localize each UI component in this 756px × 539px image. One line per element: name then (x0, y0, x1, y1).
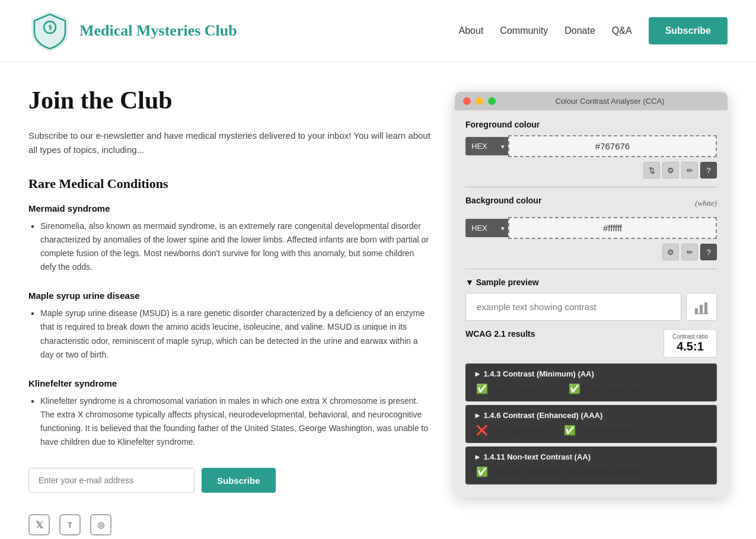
sample-label: ▼ Sample preview (465, 278, 717, 287)
fg-format-wrap: HEX RGB HSL (465, 137, 508, 155)
bg-label: Background colour (465, 196, 541, 205)
fg-eyedropper-button[interactable]: ✏ (681, 162, 698, 178)
logo[interactable]: ⚕ Medical Mysteries Club (28, 9, 237, 52)
fg-tools-row: ⇅ ⚙ ✏ ? (465, 162, 717, 178)
criterion-aa[interactable]: ► 1.4.3 Contrast (Minimum) (AA) ✅ Pass (… (465, 363, 717, 401)
criterion-aa-result-0: ✅ Pass (regular text) (476, 383, 554, 394)
email-input[interactable] (28, 468, 194, 493)
contrast-ratio-value: 4.5:1 (672, 340, 708, 353)
criterion-aa-result-1: ✅ Pass (large text) (569, 383, 640, 394)
criterion-aaa-result-label-0: Fail (regular text) (492, 426, 550, 435)
cca-maximize-dot[interactable] (488, 97, 496, 105)
bg-label-row: Background colour (white) (465, 196, 717, 211)
nav-about[interactable]: About (459, 25, 484, 36)
condition-mermaid: Mermaid syndrome Sirenomelia, also known… (28, 203, 431, 274)
pass-icon-1: ✅ (569, 383, 580, 394)
wcag-header: WCAG 2.1 results Contrast ratio 4.5:1 (465, 329, 717, 358)
cca-divider-2 (465, 269, 717, 269)
fg-format-select[interactable]: HEX RGB HSL (465, 137, 508, 155)
email-form: Subscribe (28, 468, 431, 493)
contrast-ratio-label: Contrast ratio (672, 333, 708, 340)
cca-titlebar: Colour Contrast Analyser (CCA) (455, 92, 728, 110)
fg-color-row: HEX RGB HSL (465, 135, 717, 157)
pass-icon-3: ✅ (476, 466, 488, 477)
criterion-aa-results: ✅ Pass (regular text) ✅ Pass (large text… (474, 378, 709, 396)
condition-name-msud: Maple syrup urine disease (28, 291, 431, 301)
cca-close-dot[interactable] (463, 97, 471, 105)
site-title: Medical Mysteries Club (79, 22, 237, 40)
criterion-aa-result-label-0: Pass (regular text) (492, 384, 554, 393)
fg-help-button[interactable]: ? (700, 162, 717, 178)
bg-hex-input[interactable] (508, 217, 717, 239)
fg-hex-input[interactable] (508, 135, 717, 157)
fg-label: Foreground colour (465, 120, 717, 129)
condition-desc-msud: Maple syrup urine disease (MSUD) is a ra… (40, 307, 431, 361)
nav-links: About Community Donate Q&A Subscribe (459, 17, 728, 44)
bg-white-label: (white) (695, 199, 717, 208)
svg-rect-4 (704, 302, 707, 314)
criterion-nontext-result-label-0: Pass (UI components and graphical object… (492, 467, 643, 476)
svg-text:⚕: ⚕ (48, 23, 52, 32)
subscribe-button[interactable]: Subscribe (202, 468, 276, 493)
svg-rect-3 (700, 305, 703, 314)
bg-tools-row: ⚙ ✏ ? (465, 244, 717, 260)
bg-eyedropper-button[interactable]: ✏ (681, 244, 698, 260)
criterion-nontext[interactable]: ► 1.4.11 Non-text Contrast (AA) ✅ Pass (… (465, 446, 717, 484)
logo-icon: ⚕ (28, 9, 71, 52)
social-icons: 𝕏 T ◎ (28, 514, 431, 535)
cca-minimize-dot[interactable] (476, 97, 483, 105)
section-title: Rare Medical Conditions (28, 176, 431, 192)
nav-community[interactable]: Community (500, 25, 548, 36)
criterion-aa-result-label-1: Pass (large text) (584, 384, 640, 393)
condition-name-mermaid: Mermaid syndrome (28, 203, 431, 213)
criterion-aaa[interactable]: ► 1.4.6 Contrast (Enhanced) (AAA) ❌ Fail… (465, 405, 717, 443)
bg-help-button[interactable]: ? (700, 244, 717, 260)
condition-list-klinefelter: Klinefelter syndrome is a chromosomal va… (28, 394, 431, 449)
pass-icon-0: ✅ (476, 383, 488, 394)
fg-swap-button[interactable]: ⇅ (643, 162, 660, 178)
twitch-icon[interactable]: T (59, 514, 81, 535)
bg-settings-button[interactable]: ⚙ (662, 244, 679, 260)
nav-donate[interactable]: Donate (564, 25, 595, 36)
wcag-results-section: WCAG 2.1 results Contrast ratio 4.5:1 ► … (465, 329, 717, 484)
criterion-aa-title: ► 1.4.3 Contrast (Minimum) (AA) (474, 369, 709, 378)
contrast-badge: Contrast ratio 4.5:1 (664, 329, 717, 358)
condition-desc-mermaid: Sirenomelia, also known as mermaid syndr… (40, 219, 431, 274)
condition-desc-klinefelter: Klinefelter syndrome is a chromosomal va… (40, 394, 431, 449)
bg-format-wrap: HEX RGB HSL (465, 219, 508, 237)
bg-format-select[interactable]: HEX RGB HSL (465, 219, 508, 237)
sample-preview-section: ▼ Sample preview example text showing co… (465, 278, 717, 321)
condition-name-klinefelter: Klinefelter syndrome (28, 378, 431, 388)
condition-msud: Maple syrup urine disease Maple syrup ur… (28, 291, 431, 361)
pass-icon-2: ✅ (564, 425, 576, 436)
sample-text: example text showing contrast (477, 302, 596, 312)
sample-chart-button[interactable] (686, 293, 717, 321)
main-layout: Join the Club Subscribe to our e-newslet… (0, 62, 756, 539)
instagram-icon[interactable]: ◎ (90, 514, 111, 535)
intro-text: Subscribe to our e-newsletter and have m… (28, 129, 431, 157)
condition-list-msud: Maple syrup urine disease (MSUD) is a ra… (28, 307, 431, 361)
wcag-title: WCAG 2.1 results (465, 329, 535, 339)
sample-row: example text showing contrast (465, 293, 717, 321)
cca-body: Foreground colour HEX RGB HSL ⇅ ⚙ ✏ ? (455, 110, 728, 497)
criterion-aaa-result-label-1: Pass (large text) (579, 426, 636, 435)
condition-list-mermaid: Sirenomelia, also known as mermaid syndr… (28, 219, 431, 274)
cca-title: Colour Contrast Analyser (CCA) (500, 97, 719, 106)
criterion-nontext-title: ► 1.4.11 Non-text Contrast (AA) (474, 452, 709, 461)
twitter-icon[interactable]: 𝕏 (28, 514, 50, 535)
criterion-nontext-result-0: ✅ Pass (UI components and graphical obje… (476, 466, 643, 477)
criterion-aaa-title: ► 1.4.6 Contrast (Enhanced) (AAA) (474, 411, 709, 420)
chart-icon (693, 299, 710, 315)
nav-subscribe-button[interactable]: Subscribe (649, 17, 728, 44)
nav-qa[interactable]: Q&A (612, 25, 632, 36)
sample-text-box: example text showing contrast (465, 293, 681, 321)
bg-color-row: HEX RGB HSL (465, 217, 717, 239)
svg-rect-2 (695, 308, 698, 314)
condition-klinefelter: Klinefelter syndrome Klinefelter syndrom… (28, 378, 431, 449)
fg-settings-button[interactable]: ⚙ (662, 162, 679, 178)
main-content: Join the Club Subscribe to our e-newslet… (28, 86, 431, 535)
cca-divider-1 (465, 187, 717, 187)
criterion-nontext-results: ✅ Pass (UI components and graphical obje… (474, 461, 709, 479)
navbar: ⚕ Medical Mysteries Club About Community… (0, 0, 756, 62)
cca-panel: Colour Contrast Analyser (CCA) Foregroun… (455, 92, 728, 497)
